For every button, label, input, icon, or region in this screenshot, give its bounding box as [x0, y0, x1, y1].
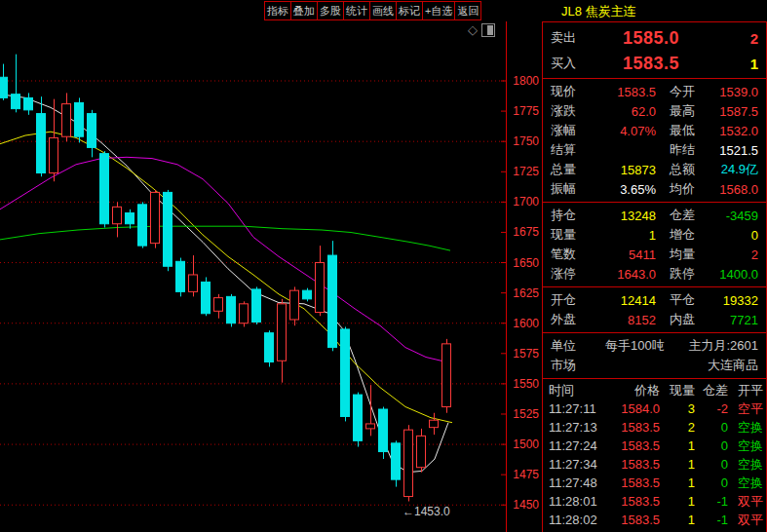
candle-body-down: [354, 395, 363, 440]
tick-time: 11:27:34: [549, 457, 609, 472]
tick-time: 11:28:02: [549, 513, 609, 527]
quote-label: 现量: [551, 226, 592, 244]
quote-row: 总量15873总额24.9亿: [543, 160, 766, 179]
candle-body-up: [290, 290, 299, 320]
tick-volume: 1: [660, 475, 695, 490]
quote-value: 2: [703, 247, 758, 262]
info-value: 每手100吨: [605, 337, 682, 355]
candle-body-down: [303, 290, 312, 299]
candle-body-down: [265, 333, 274, 362]
quote-label: 仓差: [656, 207, 703, 224]
info-label: 市场: [551, 357, 605, 374]
tick-oi-change: 0: [695, 420, 728, 435]
tick-row[interactable]: 11:27:111584.03-2空平: [543, 399, 766, 418]
quote-label: 平仓: [656, 291, 703, 309]
tick-volume: 1: [660, 438, 695, 453]
diamond-marker-icon[interactable]: ◇: [468, 23, 478, 37]
toolbar-button-5[interactable]: 画线: [369, 1, 397, 20]
tick-volume: 1: [660, 457, 695, 472]
tick-col-header: 仓差: [695, 382, 728, 399]
toolbar-button-2[interactable]: 叠加: [290, 1, 318, 20]
tick-open-close: 双平: [728, 512, 763, 529]
quote-value: 1: [592, 228, 656, 243]
contract-info-section: 单位每手100吨主力月:2601市场大连商品: [543, 332, 766, 378]
tick-row[interactable]: 11:27:341583.510空换: [543, 455, 766, 474]
tick-price: 1583.5: [609, 457, 660, 472]
tick-table[interactable]: 时间价格现量仓差开平 11:27:111584.03-2空平11:27:1315…: [543, 378, 766, 529]
bid-ask-price: 1585.0: [590, 28, 679, 49]
bid-ask-label: 卖出: [551, 29, 590, 47]
tick-price: 1583.5: [609, 513, 660, 527]
quote-value: 7721: [703, 313, 758, 327]
low-price-annotation: ←1453.0: [403, 505, 450, 518]
tick-price: 1584.0: [609, 401, 660, 416]
candlestick-chart[interactable]: 1800177517501725170016751650162516001575…: [0, 21, 542, 532]
quote-panel: 卖出1585.02买入1583.51 现价1583.5今开1539.0涨跌62.…: [542, 21, 767, 532]
candle-body-down: [88, 114, 96, 148]
candle-body-down: [0, 77, 8, 97]
bid-ask-label: 买入: [551, 55, 590, 72]
toolbar-button-3[interactable]: 多股: [317, 1, 344, 20]
tick-volume: 2: [660, 420, 695, 435]
tick-open-close: 空换: [728, 456, 763, 474]
bid-ask-row[interactable]: 买入1583.51: [543, 51, 766, 76]
tick-row[interactable]: 11:28:021583.51-1双平: [543, 511, 766, 529]
tick-row[interactable]: 11:27:131583.520空换: [543, 418, 766, 437]
quote-label: 持仓: [551, 207, 592, 224]
y-axis-label: 1525: [513, 407, 539, 421]
candle-body-down: [202, 282, 211, 313]
quote-label: 结算: [551, 141, 592, 159]
toolbar-button-8[interactable]: 返回: [454, 1, 481, 20]
quote-label: 跌停: [656, 265, 703, 283]
candle-body-up: [366, 424, 375, 429]
chart-canvas[interactable]: 1800177517501725170016751650162516001575…: [0, 21, 542, 532]
candle-body-up: [113, 207, 122, 223]
candle-body-down: [126, 213, 134, 224]
quote-value: 13248: [592, 209, 656, 223]
quote-value: 4.07%: [592, 124, 656, 138]
toolbar-button-7[interactable]: +自选: [422, 1, 455, 20]
tick-time: 11:28:01: [549, 494, 609, 509]
tick-price: 1583.5: [609, 420, 660, 435]
toolbar-button-4[interactable]: 统计: [343, 1, 370, 20]
toolbar-button-1[interactable]: 指标: [264, 1, 291, 20]
quote-row: 持仓13248仓差-3459: [543, 206, 766, 225]
candle-body-up: [278, 304, 287, 361]
quote-value: 1532.0: [703, 124, 758, 138]
toolbar-button-6[interactable]: 标记: [396, 1, 423, 20]
info-row: 市场大连商品: [543, 356, 766, 375]
tick-oi-change: -1: [695, 513, 728, 527]
y-axis-label: 1700: [513, 195, 539, 209]
y-axis-label: 1750: [513, 134, 539, 148]
candle-body-down: [176, 261, 185, 291]
candle-body-down: [12, 95, 20, 109]
half-filled-square-icon[interactable]: [481, 23, 495, 37]
quote-row: 振幅3.65%均价1568.0: [543, 179, 766, 199]
tick-oi-change: -1: [695, 494, 728, 509]
tick-time: 11:27:13: [549, 420, 609, 435]
tick-oi-change: 0: [695, 457, 728, 472]
quote-value: 62.0: [592, 104, 656, 119]
y-axis-label: 1500: [513, 437, 539, 451]
bid-ask-row[interactable]: 卖出1585.02: [543, 25, 766, 51]
quote-label: 均价: [656, 180, 703, 198]
tick-time: 11:27:24: [549, 438, 609, 453]
tick-col-header: 时间: [549, 382, 609, 399]
candle-body-up: [442, 344, 451, 407]
y-axis-label: 1775: [513, 104, 539, 118]
quote-row: 现量1增仓0: [543, 225, 766, 245]
tick-row[interactable]: 11:27:241583.510空换: [543, 437, 766, 455]
quote-label: 涨幅: [551, 122, 592, 139]
tick-row[interactable]: 11:27:481583.510空换: [543, 474, 766, 492]
candle-body-down: [24, 97, 33, 109]
quote-value: 19332: [703, 293, 758, 308]
quote-row: 开仓12414平仓19332: [543, 290, 766, 310]
candle-body-up: [430, 420, 439, 427]
quote-value: 5411: [592, 247, 656, 262]
contract-title: JL8 焦炭主连: [561, 3, 636, 20]
y-axis-label: 1625: [513, 286, 539, 300]
quote-value: 1400.0: [703, 267, 758, 282]
tick-row[interactable]: 11:28:011583.51-1双平: [543, 492, 766, 511]
top-toolbar: 指标叠加多股统计画线标记+自选返回 JL8 焦炭主连: [0, 0, 767, 21]
y-axis-label: 1575: [513, 347, 539, 361]
